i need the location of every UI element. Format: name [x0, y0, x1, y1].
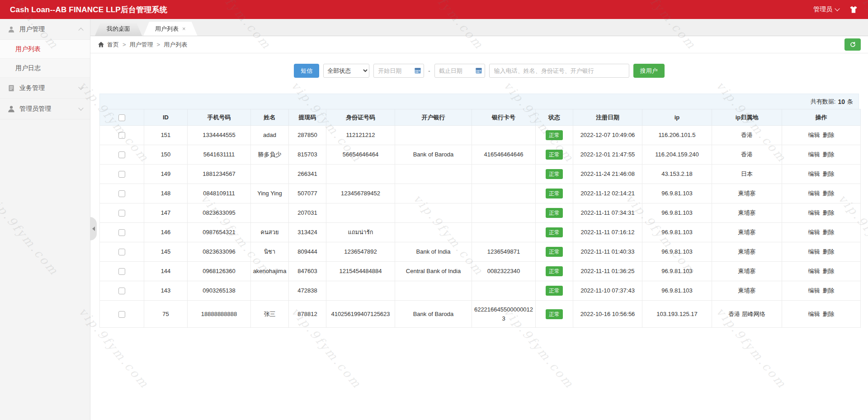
status-badge: 正常 [546, 150, 563, 160]
sidebar-item-user-logs[interactable]: 用户日志 [0, 59, 90, 78]
refresh-button[interactable] [844, 38, 861, 51]
delete-link[interactable]: 删除 [823, 209, 835, 216]
sms-button[interactable]: 短信 [294, 64, 319, 78]
filter-bar: 短信 全部状态 - 搜用户 [90, 53, 868, 86]
cell-actions: 编辑删除 [782, 203, 861, 223]
cell-id_card: 112121212 [326, 126, 395, 145]
cell-card [472, 223, 536, 242]
tab-label: 用户列表 [155, 22, 179, 36]
table-row: 1450823633096นิชา8094441236547892Bank of… [100, 242, 861, 262]
sidebar-item-user-list[interactable]: 用户列表 [0, 40, 90, 59]
breadcrumb-home[interactable]: 首页 [107, 41, 119, 49]
row-select-cell [100, 165, 144, 184]
delete-link[interactable]: 删除 [823, 190, 835, 197]
refresh-icon [849, 41, 856, 48]
cell-id: 150 [144, 145, 188, 165]
cell-bank [395, 184, 472, 203]
cell-id_card: 56654646464 [326, 145, 395, 165]
row-checkbox[interactable] [118, 229, 125, 236]
cell-actions: 编辑删除 [782, 145, 861, 165]
edit-link[interactable]: 编辑 [808, 268, 820, 274]
column-header: 银行卡号 [472, 109, 536, 126]
delete-link[interactable]: 删除 [823, 132, 835, 138]
cell-name: นิชา [251, 242, 289, 262]
edit-link[interactable]: 编辑 [808, 311, 820, 317]
cell-phone: 18888888888 [188, 301, 251, 328]
tab-user-list[interactable]: 用户列表 × [143, 22, 198, 36]
delete-link[interactable]: 删除 [823, 268, 835, 274]
home-icon [98, 41, 104, 48]
cell-actions: 编辑删除 [782, 242, 861, 262]
table-row: 1470823633095207031正常2022-11-11 07:34:31… [100, 203, 861, 223]
cell-ip-location: 香港 [712, 126, 782, 145]
row-checkbox[interactable] [118, 311, 125, 318]
column-header: 身份证号码 [326, 109, 395, 126]
edit-link[interactable]: 编辑 [808, 209, 820, 216]
row-checkbox[interactable] [118, 268, 125, 275]
row-select-cell [100, 281, 144, 301]
cell-ip: 96.9.81.103 [642, 281, 712, 301]
row-checkbox[interactable] [118, 288, 125, 294]
close-icon[interactable]: × [182, 26, 186, 32]
chevron-up-icon [78, 28, 83, 33]
breadcrumb-user-list[interactable]: 用户列表 [164, 41, 187, 49]
delete-link[interactable]: 删除 [823, 170, 835, 177]
select-all-checkbox[interactable] [118, 114, 125, 121]
tab-label: 我的桌面 [107, 22, 130, 36]
breadcrumb-user-management[interactable]: 用户管理 [130, 41, 153, 49]
row-checkbox[interactable] [118, 151, 125, 158]
cell-card [472, 203, 536, 223]
cell-code: 507077 [289, 184, 326, 203]
edit-link[interactable]: 编辑 [808, 190, 820, 197]
topbar: Cash Loan--AB FINANCE LLP后台管理系统 管理员 [0, 0, 868, 19]
cell-register-date: 2022-11-24 21:46:08 [573, 165, 642, 184]
cell-code: 472838 [289, 281, 326, 301]
row-checkbox[interactable] [118, 132, 125, 139]
row-checkbox[interactable] [118, 171, 125, 178]
admin-dropdown[interactable]: 管理员 [813, 5, 839, 14]
cell-register-date: 2022-11-10 07:37:43 [573, 281, 642, 301]
search-user-button[interactable]: 搜用户 [633, 64, 665, 78]
delete-link[interactable]: 删除 [823, 311, 835, 317]
tab-my-desktop[interactable]: 我的桌面 [95, 22, 142, 36]
search-input[interactable] [489, 64, 629, 78]
edit-link[interactable]: 编辑 [808, 132, 820, 138]
edit-link[interactable]: 编辑 [808, 229, 820, 236]
sidebar-item-label: 业务管理 [19, 84, 45, 92]
sidebar-item-admin-management[interactable]: 管理员管理 [0, 99, 90, 119]
cell-id: 147 [144, 203, 188, 223]
sidebar-item-business-management[interactable]: 业务管理 [0, 78, 90, 99]
edit-link[interactable]: 编辑 [808, 151, 820, 158]
delete-link[interactable]: 删除 [823, 287, 835, 294]
cell-card: 0082322340 [472, 262, 536, 281]
sidebar-item-user-management[interactable]: 用户管理 [0, 19, 90, 40]
sidebar-subitem-label: 用户日志 [15, 64, 41, 72]
row-checkbox[interactable] [118, 249, 125, 255]
cell-name: akenohajima [251, 262, 289, 281]
status-badge: 正常 [546, 130, 563, 140]
cell-actions: 编辑删除 [782, 301, 861, 328]
theme-skin-icon[interactable] [849, 5, 858, 14]
topbar-right: 管理员 [813, 5, 858, 14]
cell-ip-location: 柬埔寨 [712, 242, 782, 262]
status-select[interactable]: 全部状态 [323, 64, 369, 78]
row-checkbox[interactable] [118, 210, 125, 217]
edit-link[interactable]: 编辑 [808, 287, 820, 294]
cell-register-date: 2022-11-11 07:34:31 [573, 203, 642, 223]
cell-id_card: 1215454484884 [326, 262, 395, 281]
total-count-bar: 共有数据: 10 条 [99, 94, 859, 109]
delete-link[interactable]: 删除 [823, 151, 835, 158]
user-table: ID手机号码姓名提现码身份证号码开户银行银行卡号状态注册日期ipip归属地操作 … [99, 109, 861, 328]
cell-phone: 1334444555 [188, 126, 251, 145]
sidebar-collapse-handle[interactable] [90, 217, 97, 241]
table-row: 1440968126360akenohajima8476031215454484… [100, 262, 861, 281]
cell-register-date: 2022-11-12 02:14:21 [573, 184, 642, 203]
delete-link[interactable]: 删除 [823, 229, 835, 236]
row-select-cell [100, 242, 144, 262]
column-header: ID [144, 109, 188, 126]
edit-link[interactable]: 编辑 [808, 248, 820, 255]
edit-link[interactable]: 编辑 [808, 170, 820, 177]
delete-link[interactable]: 删除 [823, 248, 835, 255]
row-checkbox[interactable] [118, 190, 125, 197]
table-row: 7518888888888张三878812410256199407125623B… [100, 301, 861, 328]
